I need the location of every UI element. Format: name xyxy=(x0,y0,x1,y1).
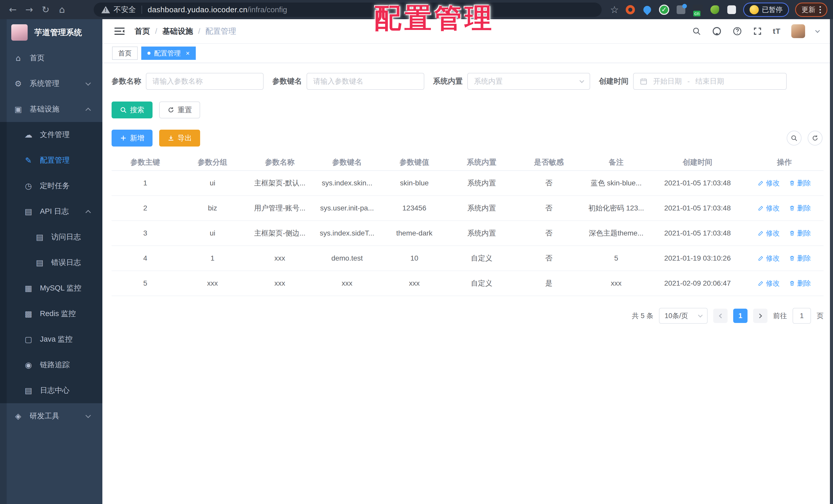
delete-link[interactable]: 删除 xyxy=(789,204,811,213)
toggle-search-button[interactable] xyxy=(787,131,802,146)
address-bar[interactable]: 不安全 dashboard.yudao.iocoder.cn/infra/con… xyxy=(94,3,602,17)
sidebar-item-access-logs[interactable]: ▤ 访问日志 xyxy=(0,224,102,250)
cell-id: 4 xyxy=(112,246,179,271)
reset-button[interactable]: 重置 xyxy=(159,102,200,118)
cell-builtin: 系统内置 xyxy=(448,171,515,196)
export-button[interactable]: 导出 xyxy=(159,130,200,147)
sidebar-item-label: 访问日志 xyxy=(51,232,81,242)
browser-menu-icon[interactable] xyxy=(819,6,821,13)
sidebar-item-api-logs[interactable]: ▤ API 日志 xyxy=(0,199,102,224)
refresh-button[interactable] xyxy=(808,131,823,146)
collapse-sidebar-icon[interactable] xyxy=(114,27,125,36)
sidebar-item-label: 错误日志 xyxy=(51,257,81,268)
extensions-puzzle-icon[interactable] xyxy=(726,4,737,15)
tab-label: 首页 xyxy=(118,49,132,58)
sidebar-item-config-management[interactable]: ✎ 配置管理 xyxy=(0,148,102,173)
param-name-input[interactable] xyxy=(146,73,264,90)
prev-page-button[interactable] xyxy=(713,309,728,323)
cell-sensitive: 否 xyxy=(515,171,582,196)
log-icon: ▤ xyxy=(34,258,46,267)
chevron-up-icon xyxy=(86,107,91,113)
cell-group: ui xyxy=(179,171,246,196)
page-size-select[interactable]: 10条/页 xyxy=(659,308,708,324)
sidebar-item-system[interactable]: ⚙ 系统管理 xyxy=(0,71,102,96)
sidebar-item-tracing[interactable]: ◉ 链路追踪 xyxy=(0,352,102,378)
filter-form: 参数名称 参数键名 系统内置 系统内置 创建时间 开始日期 xyxy=(112,73,824,90)
extension-check-icon[interactable]: ✓ xyxy=(659,4,669,15)
breadcrumb-current: 配置管理 xyxy=(206,26,236,36)
extension-pin-icon[interactable] xyxy=(642,4,652,15)
cell-value: skin-blue xyxy=(381,171,448,196)
table-toolbar: 新增 导出 xyxy=(112,130,824,147)
close-icon[interactable]: × xyxy=(186,49,190,57)
cell-builtin: 自定义 xyxy=(448,246,515,271)
sidebar-item-infra[interactable]: ▣ 基础设施 xyxy=(0,96,102,122)
help-icon[interactable] xyxy=(733,26,742,36)
edit-link[interactable]: 修改 xyxy=(758,279,780,288)
tab-home[interactable]: 首页 xyxy=(112,47,138,60)
sidebar-logo[interactable]: 芋道管理系统 xyxy=(0,19,102,45)
edit-link[interactable]: 修改 xyxy=(758,229,780,238)
tab-config-management[interactable]: 配置管理 × xyxy=(141,47,196,60)
current-page-button[interactable]: 1 xyxy=(733,309,747,323)
cell-id: 3 xyxy=(112,221,179,246)
col-builtin: 系统内置 xyxy=(448,154,515,171)
cell-name: 主框架页-侧边... xyxy=(246,221,313,246)
github-icon[interactable] xyxy=(712,26,722,36)
update-badge[interactable]: 更新 xyxy=(795,3,827,17)
cell-id: 1 xyxy=(112,171,179,196)
sidebar-item-error-logs[interactable]: ▤ 错误日志 xyxy=(0,250,102,275)
breadcrumb-home[interactable]: 首页 xyxy=(135,26,150,36)
sidebar-item-label: 基础设施 xyxy=(30,104,60,114)
delete-link[interactable]: 删除 xyxy=(789,279,811,288)
sidebar-item-file-management[interactable]: ☁ 文件管理 xyxy=(0,122,102,148)
sidebar-item-label: 配置管理 xyxy=(40,155,70,166)
sidebar-item-label: 研发工具 xyxy=(30,411,60,421)
delete-link[interactable]: 删除 xyxy=(789,229,811,238)
param-key-input[interactable] xyxy=(307,73,424,90)
reload-icon[interactable]: ↻ xyxy=(39,3,53,17)
next-page-button[interactable] xyxy=(753,309,767,323)
fullscreen-icon[interactable] xyxy=(753,27,762,36)
paused-badge[interactable]: 已暂停 xyxy=(743,3,789,17)
date-range-picker[interactable]: 开始日期 - 结束日期 xyxy=(633,73,787,90)
builtin-select[interactable]: 系统内置 xyxy=(467,73,590,90)
extension-ublock-icon[interactable] xyxy=(625,4,636,15)
sidebar-item-mysql-monitor[interactable]: ▦ MySQL 监控 xyxy=(0,275,102,301)
browser-scrollbar[interactable] xyxy=(830,19,833,504)
extension-grid-icon[interactable] xyxy=(675,4,686,15)
add-button[interactable]: 新增 xyxy=(112,130,152,147)
back-icon[interactable]: ← xyxy=(6,3,20,17)
sidebar-item-label: API 日志 xyxy=(40,206,69,217)
sidebar-item-home[interactable]: ⌂ 首页 xyxy=(0,45,102,71)
security-label: 不安全 xyxy=(114,5,136,15)
edit-link[interactable]: 修改 xyxy=(758,178,780,188)
search-icon[interactable] xyxy=(692,27,701,36)
edit-link[interactable]: 修改 xyxy=(758,254,780,263)
bookmark-star-icon[interactable]: ☆ xyxy=(610,4,619,15)
sidebar-item-dev-tools[interactable]: ◈ 研发工具 xyxy=(0,403,102,429)
search-button[interactable]: 搜索 xyxy=(112,102,152,118)
sidebar-item-label: 首页 xyxy=(30,53,45,63)
delete-link[interactable]: 删除 xyxy=(789,254,811,263)
home-icon[interactable]: ⌂ xyxy=(55,3,69,17)
sidebar-item-scheduled-tasks[interactable]: ◷ 定时任务 xyxy=(0,173,102,199)
sidebar-item-java-monitor[interactable]: ▢ Java 监控 xyxy=(0,327,102,352)
goto-page-input[interactable] xyxy=(792,308,811,324)
col-param-key: 参数键名 xyxy=(313,154,381,171)
avatar-caret-icon[interactable] xyxy=(815,28,820,33)
sidebar-item-redis-monitor[interactable]: ▩ Redis 监控 xyxy=(0,301,102,327)
screen: ← → ↻ ⌂ 不安全 dashboard.yudao.iocoder.cn/i… xyxy=(0,0,833,504)
font-size-icon[interactable]: tT xyxy=(773,27,781,35)
cell-sensitive: 否 xyxy=(515,196,582,221)
table-row: 2 biz 用户管理-账号... sys.user.init-pa... 123… xyxy=(112,196,824,221)
avatar[interactable] xyxy=(791,24,805,38)
infra-submenu: ☁ 文件管理 ✎ 配置管理 ◷ 定时任务 ▤ API 日志 xyxy=(0,122,102,403)
extension-leaf-icon[interactable] xyxy=(709,4,720,15)
forward-icon[interactable]: → xyxy=(22,3,36,17)
extension-cn-icon[interactable]: cn xyxy=(692,4,703,15)
breadcrumb-section[interactable]: 基础设施 xyxy=(162,26,193,36)
delete-link[interactable]: 删除 xyxy=(789,178,811,188)
sidebar-item-log-center[interactable]: ▤ 日志中心 xyxy=(0,378,102,403)
edit-link[interactable]: 修改 xyxy=(758,204,780,213)
